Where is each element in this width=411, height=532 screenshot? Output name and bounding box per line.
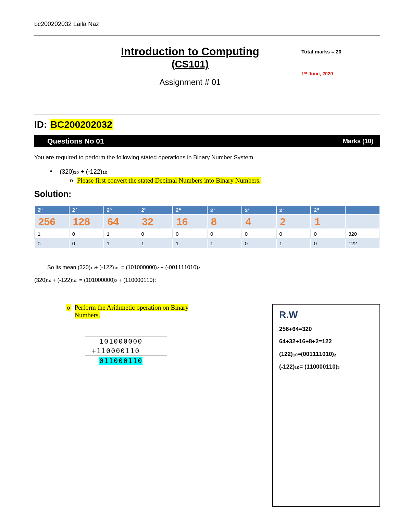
- circle-bullet-icon: o: [70, 177, 73, 184]
- value-cell: [345, 214, 380, 229]
- assignment-line: Assignment # 01: [79, 77, 301, 87]
- arith-operand-a: 101000000: [85, 336, 167, 346]
- bit-cell: 0: [69, 229, 104, 238]
- divider-mid: [34, 114, 380, 114]
- mean-line: So its mean.(320)₁₀+ (-122)₁₀. = (101000…: [34, 264, 380, 271]
- bit-cell: 1: [104, 229, 138, 238]
- divider-top: [34, 35, 380, 36]
- bit-cell: 0: [35, 238, 69, 248]
- bit-cell: 0: [276, 229, 311, 238]
- bit-cell: 0: [311, 229, 345, 238]
- bit-cell: 0: [207, 229, 242, 238]
- perform-instruction: o Perform the Arithmetic operation on Bi…: [66, 304, 266, 319]
- title-main: Introduction to Computing: [79, 45, 301, 58]
- question-marks: Marks (10): [343, 138, 375, 145]
- title-area: Introduction to Computing (CS101) Assign…: [34, 45, 380, 87]
- table-row-powers: 2⁸ 2⁷ 2⁶ 2⁵ 2⁴ 2³ 2² 2¹ 2⁰: [35, 206, 380, 214]
- bit-cell: 0: [138, 229, 173, 238]
- power-cell: 2⁷: [69, 206, 104, 214]
- power-cell: 2⁴: [173, 206, 207, 214]
- bullet-dot-icon: •: [50, 168, 52, 175]
- value-cell: 256: [35, 214, 69, 229]
- arith-result: 011000110: [99, 357, 142, 365]
- power-cell: 2¹: [276, 206, 311, 214]
- date-line: 1ˢᵗ June, 2020: [301, 71, 380, 76]
- value-cell: 1: [311, 214, 345, 229]
- bit-cell: 0: [311, 238, 345, 248]
- bit-cell: 1: [104, 238, 138, 248]
- result-cell: 122: [345, 238, 380, 248]
- power-cell: 2⁶: [104, 206, 138, 214]
- equation-line: (320)₁₀ + (-122)₁₀. = (101000000)₂ + (11…: [34, 277, 380, 283]
- question-title: Questions No 01: [47, 137, 104, 145]
- value-cell: 128: [69, 214, 104, 229]
- bit-cell: 0: [173, 229, 207, 238]
- value-cell: 2: [276, 214, 311, 229]
- value-cell: 32: [138, 214, 173, 229]
- rw-line: 64+32+16+8+2=122: [279, 338, 373, 345]
- table-row-values: 256 128 64 32 16 8 4 2 1: [35, 214, 380, 229]
- perform-text: Perform the Arithmetic operation on Bina…: [75, 304, 189, 319]
- rw-line: (-122)₁₀= (110000110)₂: [279, 363, 373, 370]
- power-cell: 2⁰: [311, 206, 345, 214]
- table-row-bits-320: 1 0 1 0 0 0 0 0 0 320: [35, 229, 380, 238]
- solution-heading: Solution:: [34, 189, 380, 199]
- instruction-text: You are required to perform the followin…: [34, 154, 380, 161]
- subbullet-text: Please first convert the stated Decimal …: [77, 177, 261, 184]
- bit-cell: 1: [35, 229, 69, 238]
- bullet-text: (320)₁₀ + (-122)₁₀: [60, 168, 107, 175]
- student-header: bc200202032 Laila Naz: [34, 21, 380, 28]
- table-row-bits-122: 0 0 1 1 1 1 0 1 0 122: [35, 238, 380, 248]
- subbullet-instruction: o Please first convert the stated Decima…: [34, 177, 380, 184]
- power-cell: [345, 206, 380, 214]
- bit-cell: 1: [173, 238, 207, 248]
- arith-operand-b: +110000110: [85, 346, 167, 356]
- value-cell: 4: [242, 214, 276, 229]
- bit-cell: 0: [69, 238, 104, 248]
- value-cell: 8: [207, 214, 242, 229]
- bit-cell: 1: [207, 238, 242, 248]
- result-cell: 320: [345, 229, 380, 238]
- power-cell: 2⁸: [35, 206, 69, 214]
- circle-bullet-icon: o: [66, 304, 71, 311]
- binary-table: 2⁸ 2⁷ 2⁶ 2⁵ 2⁴ 2³ 2² 2¹ 2⁰ 256 128 64 32…: [34, 205, 380, 248]
- arithmetic-block: 101000000 +110000110 011000110: [85, 336, 266, 366]
- total-marks: Total marks = 20: [301, 49, 380, 54]
- value-cell: 64: [104, 214, 138, 229]
- bit-cell: 1: [276, 238, 311, 248]
- rw-line: 256+64=320: [279, 326, 373, 333]
- rw-line: (122)₁₀=(001111010)₂: [279, 350, 373, 358]
- id-value: BC200202032: [50, 119, 113, 130]
- value-cell: 16: [173, 214, 207, 229]
- id-line: ID: BC200202032: [34, 119, 380, 130]
- title-course: (CS101): [79, 59, 301, 70]
- power-cell: 2³: [207, 206, 242, 214]
- rough-work-box: R.W 256+64=320 64+32+16+8+2=122 (122)₁₀=…: [272, 304, 380, 507]
- question-bar: Questions No 01 Marks (10): [34, 135, 380, 147]
- bit-cell: 0: [242, 229, 276, 238]
- rw-title: R.W: [279, 309, 373, 320]
- bullet-problem: • (320)₁₀ + (-122)₁₀: [34, 168, 380, 175]
- id-prefix: ID:: [34, 119, 50, 130]
- bit-cell: 1: [138, 238, 173, 248]
- power-cell: 2²: [242, 206, 276, 214]
- bit-cell: 0: [242, 238, 276, 248]
- power-cell: 2⁵: [138, 206, 173, 214]
